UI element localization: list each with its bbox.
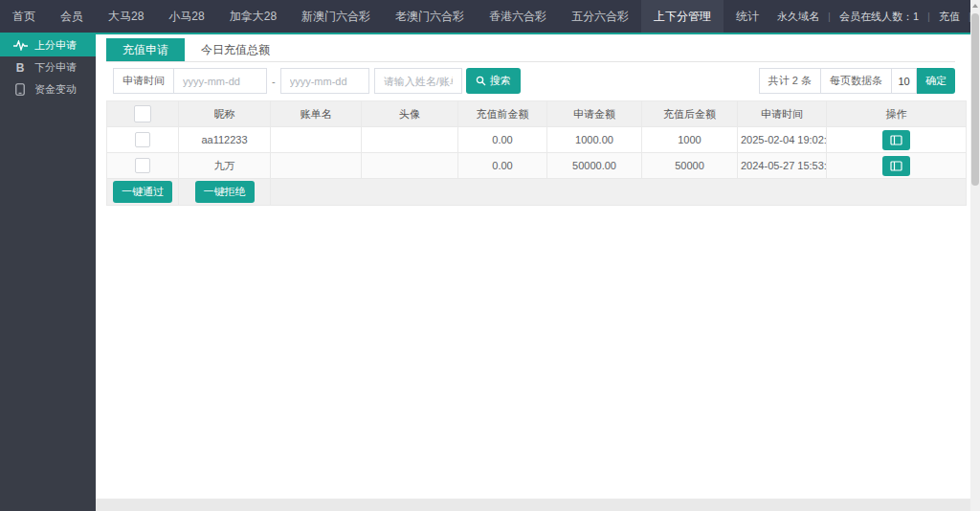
sidebar: 上分申请 B 下分申请 资金变动 [0,34,96,511]
col-header-request-time: 申请时间 [738,101,827,127]
horizontal-scrollbar[interactable] [96,499,970,511]
cell-request-time: 2024-05-27 15:53:39 [738,153,827,179]
table-row: aa112233 0.00 1000.00 1000 2025-02-04 19… [107,127,967,153]
nav-item-home[interactable]: 首页 [0,0,48,33]
batch-reject-button[interactable]: 一键拒绝 [195,181,255,203]
letter-b-icon: B [12,61,28,75]
nav-separator: | [924,11,933,22]
nav-item-dama28[interactable]: 大马28 [96,0,156,33]
mobile-phone-icon [12,83,28,96]
table-footer-row: 一键通过 一键拒绝 [107,179,967,206]
nav-item-new-macau-lottery[interactable]: 新澳门六合彩 [289,0,383,33]
col-header-after-amount: 充值后金额 [642,101,738,127]
batch-approve-button[interactable]: 一键通过 [113,181,172,203]
cell-avatar [362,127,458,153]
nav-item-old-macau-lottery[interactable]: 老澳门六合彩 [383,0,477,33]
confirm-button[interactable]: 确定 [917,68,955,94]
scroll-up-arrow-icon[interactable] [972,4,978,8]
nav-item-members[interactable]: 会员 [48,0,96,33]
table-row: 九万 0.00 50000.00 50000 2024-05-27 15:53:… [107,153,967,179]
row-checkbox[interactable] [135,132,150,147]
total-count-label: 共计 2 条 [759,68,821,94]
pagination-controls: 共计 2 条 每页数据条 确定 [759,68,955,94]
sidebar-item-label: 下分申请 [34,60,77,75]
main-menu: 首页 会员 大马28 小马28 加拿大28 新澳门六合彩 老澳门六合彩 香港六合… [0,0,771,33]
cell-request-amount: 50000.00 [547,153,642,179]
nav-item-hongkong-lottery[interactable]: 香港六合彩 [477,0,559,33]
tab-today-recharge-total[interactable]: 今日充值总额 [185,38,286,61]
nav-item-statistics[interactable]: 统计 [724,0,771,33]
select-all-checkbox[interactable] [134,105,151,122]
cell-avatar [362,153,458,179]
window-icon [890,161,902,171]
search-input[interactable] [374,68,462,94]
cell-bill-name [271,127,362,153]
top-navbar: 首页 会员 大马28 小马28 加拿大28 新澳门六合彩 老澳门六合彩 香港六合… [0,0,980,34]
filter-toolbar: 申请时间 - 搜索 共计 2 条 每页数据条 确定 [106,68,955,94]
main-content: 充值申请 今日充值总额 申请时间 - 搜索 共计 2 条 每页数据条 确定 [96,34,970,511]
nav-item-updown-management[interactable]: 上下分管理 [641,0,724,33]
search-icon [476,76,486,86]
cell-request-time: 2025-02-04 19:02:37 [738,127,827,153]
sidebar-item-points-down-request[interactable]: B 下分申请 [0,56,96,78]
search-button[interactable]: 搜索 [466,68,521,94]
start-date-input[interactable] [174,68,267,94]
tab-recharge-requests[interactable]: 充值申请 [106,38,185,61]
row-detail-button[interactable] [882,130,910,150]
cell-after-amount: 50000 [642,153,738,179]
search-button-label: 搜索 [490,74,511,88]
content-tabs: 充值申请 今日充值总额 [106,38,955,62]
table-header-row: 昵称 账单名 头像 充值前金额 申请金额 充值后金额 申请时间 操作 [107,101,967,127]
row-detail-button[interactable] [882,156,910,176]
cell-bill-name [271,153,362,179]
page-size-label: 每页数据条 [821,68,892,94]
end-date-input[interactable] [280,68,369,94]
date-range-separator: - [272,76,276,87]
permanent-domain-link[interactable]: 永久域名 [771,10,825,24]
recharge-requests-table: 昵称 账单名 头像 充值前金额 申请金额 充值后金额 申请时间 操作 aa112… [106,100,967,206]
cell-nickname: 九万 [179,153,271,179]
nav-item-fivemin-lottery[interactable]: 五分六合彩 [559,0,641,33]
cell-before-amount: 0.00 [458,153,547,179]
navbar-user-area: 永久域名 | 会员在线人数：1 | 充值 | 提现 | admin | 更新缓存… [771,0,980,33]
cell-before-amount: 0.00 [458,127,547,153]
col-header-operation: 操作 [827,101,967,127]
sidebar-item-points-up-request[interactable]: 上分申请 [0,34,96,56]
online-count-label: 会员在线人数：1 [834,10,924,24]
nav-item-xiaoma28[interactable]: 小马28 [156,0,216,33]
cell-request-amount: 1000.00 [547,127,642,153]
vertical-scrollbar-thumb[interactable] [971,13,979,186]
page-size-input[interactable] [892,68,917,94]
sidebar-item-fund-changes[interactable]: 资金变动 [0,78,96,100]
col-header-request-amount: 申请金额 [547,101,642,127]
vertical-scrollbar[interactable] [970,0,980,511]
col-header-before-amount: 充值前金额 [458,101,547,127]
pulse-icon [12,40,28,51]
recharge-link[interactable]: 充值 [933,10,966,24]
cell-after-amount: 1000 [642,127,738,153]
window-icon [890,135,902,145]
sidebar-item-label: 资金变动 [34,82,77,97]
col-header-nickname: 昵称 [179,101,271,127]
sidebar-item-label: 上分申请 [34,38,77,53]
row-checkbox[interactable] [135,158,150,173]
cell-nickname: aa112233 [179,127,271,153]
col-header-bill-name: 账单名 [271,101,362,127]
nav-separator: | [825,11,834,22]
col-header-avatar: 头像 [362,101,458,127]
request-time-label: 申请时间 [113,68,174,94]
nav-item-canada28[interactable]: 加拿大28 [217,0,289,33]
